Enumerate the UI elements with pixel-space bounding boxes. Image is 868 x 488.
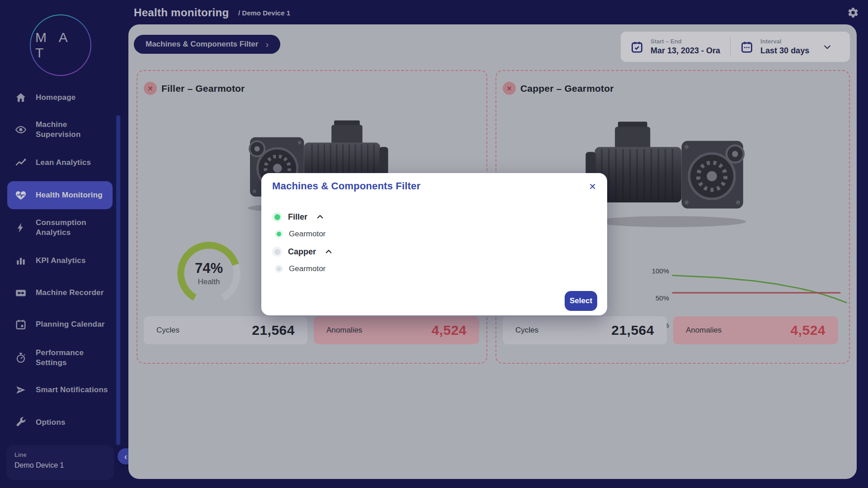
close-icon: ✕ (589, 182, 596, 192)
radio-unselected-icon[interactable] (275, 265, 283, 273)
modal-title: Machines & Components Filter (272, 180, 420, 192)
select-button[interactable]: Select (565, 291, 597, 311)
group-name: Filler (288, 212, 307, 222)
radio-selected-icon[interactable] (272, 212, 282, 222)
component-name: Gearmotor (289, 230, 326, 239)
filter-child-filler-gearmotor[interactable]: Gearmotor (275, 230, 326, 239)
chevron-up-icon[interactable] (325, 248, 333, 256)
machines-components-filter-modal: Machines & Components Filter ✕ Filler Ge… (261, 173, 607, 315)
page: M A T Homepage Machine Supervision Lean … (0, 0, 868, 488)
filter-child-capper-gearmotor[interactable]: Gearmotor (275, 264, 326, 273)
radio-selected-icon[interactable] (275, 230, 283, 238)
modal-close-button[interactable]: ✕ (587, 179, 598, 194)
radio-unselected-icon[interactable] (272, 247, 282, 257)
filter-group-capper[interactable]: Capper (272, 247, 333, 257)
component-name: Gearmotor (289, 264, 326, 273)
chevron-up-icon[interactable] (316, 213, 324, 221)
filter-group-filler[interactable]: Filler (272, 212, 324, 222)
group-name: Capper (288, 247, 316, 257)
